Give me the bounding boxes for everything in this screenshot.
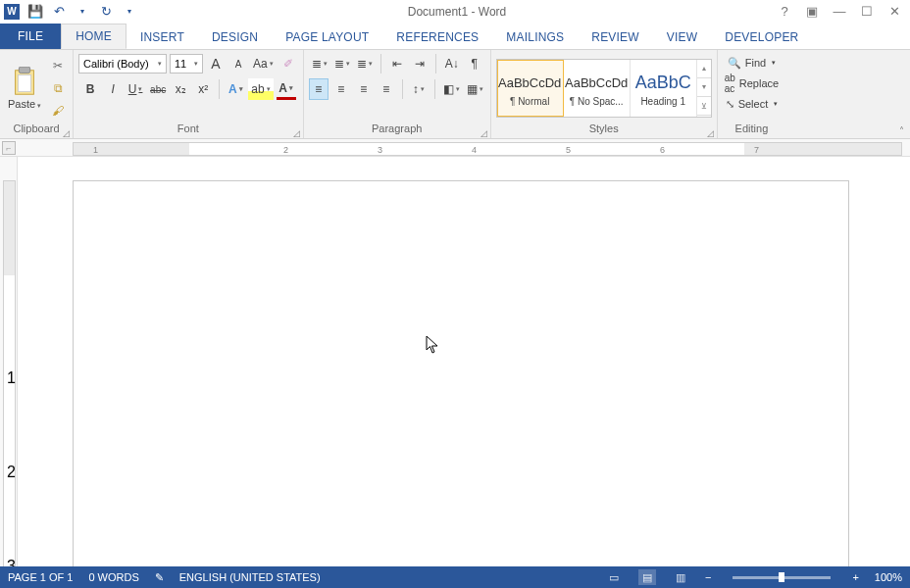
copy-icon[interactable]: ⧉: [48, 77, 68, 99]
tab-selector-icon[interactable]: ⌐: [2, 141, 16, 155]
find-button[interactable]: 🔍Find▾: [726, 53, 778, 73]
styles-scroll-down-icon[interactable]: ▾: [697, 78, 711, 97]
ruler-num: 4: [472, 145, 477, 155]
status-page[interactable]: PAGE 1 OF 1: [8, 571, 73, 583]
zoom-in-button[interactable]: +: [852, 571, 858, 583]
group-label-paragraph: Paragraph◿: [309, 122, 485, 138]
save-icon[interactable]: 💾: [27, 4, 43, 20]
svg-rect-2: [18, 74, 30, 91]
text-effects-icon[interactable]: A: [226, 78, 245, 100]
tab-home[interactable]: HOME: [61, 24, 126, 49]
undo-icon[interactable]: ↶: [51, 4, 67, 20]
tab-developer[interactable]: DEVELOPER: [711, 25, 812, 49]
maximize-icon[interactable]: ☐: [859, 4, 875, 19]
collapse-ribbon-icon[interactable]: ˄: [899, 125, 904, 136]
redo-icon[interactable]: ↻: [98, 4, 114, 20]
group-paragraph: ≣ ≣ ≣ ⇤ ⇥ A↓ ¶ ≡ ≡ ≡ ≡ ↕ ◧ ▦ P: [304, 50, 491, 138]
bullets-icon[interactable]: ≣: [310, 53, 329, 74]
align-left-icon[interactable]: ≡: [309, 78, 329, 100]
ruler-num: 1: [93, 145, 98, 155]
grow-font-icon[interactable]: A: [206, 53, 226, 74]
document-page[interactable]: [73, 180, 849, 588]
qat-customize-icon[interactable]: ▾: [122, 4, 137, 20]
font-color-icon[interactable]: A: [277, 78, 296, 100]
borders-icon[interactable]: ▦: [465, 78, 485, 100]
justify-icon[interactable]: ≡: [377, 78, 396, 100]
select-button[interactable]: ⤡Select▾: [724, 94, 781, 114]
zoom-slider-thumb[interactable]: [779, 572, 784, 582]
line-spacing-icon[interactable]: ↕: [409, 78, 429, 100]
cut-icon[interactable]: ✂: [48, 55, 68, 76]
vertical-ruler[interactable]: 1 2 3: [0, 157, 18, 588]
decrease-indent-icon[interactable]: ⇤: [387, 53, 407, 74]
style-heading-1[interactable]: AaBbC Heading 1: [631, 60, 697, 117]
tab-references[interactable]: REFERENCES: [382, 25, 492, 49]
numbering-icon[interactable]: ≣: [332, 53, 352, 74]
ribbon-display-options-icon[interactable]: ▣: [804, 4, 820, 19]
group-label-styles: Styles◿: [496, 122, 712, 138]
styles-more-icon[interactable]: ⊻: [697, 97, 711, 116]
print-layout-icon[interactable]: ▤: [638, 569, 656, 585]
styles-scroll-up-icon[interactable]: ▴: [697, 60, 711, 78]
svg-rect-1: [19, 67, 29, 74]
close-icon[interactable]: ✕: [886, 4, 902, 19]
shading-icon[interactable]: ◧: [441, 78, 462, 100]
undo-dropdown-icon[interactable]: ▾: [75, 4, 90, 20]
mouse-cursor-icon: [426, 335, 439, 355]
sort-icon[interactable]: A↓: [442, 53, 462, 74]
font-size-input[interactable]: 11▾: [170, 54, 203, 74]
group-label-clipboard: Clipboard◿: [5, 122, 68, 138]
bold-button[interactable]: B: [80, 78, 100, 100]
group-font: Calibri (Body)▾ 11▾ A A Aa ✐ B I U abc x…: [74, 50, 304, 138]
read-mode-icon[interactable]: ▭: [605, 569, 623, 585]
tab-page-layout[interactable]: PAGE LAYOUT: [272, 25, 382, 49]
multilevel-list-icon[interactable]: ≣: [355, 53, 375, 74]
page-scroll-area[interactable]: [18, 157, 910, 588]
style-normal[interactable]: AaBbCcDd ¶ Normal: [497, 60, 564, 117]
change-case-icon[interactable]: Aa: [251, 53, 276, 74]
tab-file[interactable]: FILE: [0, 24, 61, 49]
italic-button[interactable]: I: [103, 78, 123, 100]
strikethrough-button[interactable]: abc: [148, 78, 168, 100]
zoom-slider[interactable]: [733, 576, 831, 579]
paragraph-launcher-icon[interactable]: ◿: [480, 128, 487, 138]
shrink-font-icon[interactable]: A: [228, 53, 248, 74]
clear-formatting-icon[interactable]: ✐: [278, 53, 298, 74]
tab-view[interactable]: VIEW: [653, 25, 711, 49]
tab-review[interactable]: REVIEW: [578, 25, 653, 49]
web-layout-icon[interactable]: ▥: [672, 569, 689, 585]
tab-mailings[interactable]: MAILINGS: [492, 25, 578, 49]
increase-indent-icon[interactable]: ⇥: [410, 53, 430, 74]
font-name-input[interactable]: Calibri (Body)▾: [78, 54, 167, 74]
proofing-icon[interactable]: ✎: [155, 571, 164, 584]
subscript-button[interactable]: x₂: [171, 78, 190, 100]
ruler-num: 2: [7, 464, 16, 481]
paste-label: Paste: [8, 98, 41, 110]
replace-button[interactable]: abacReplace: [723, 74, 781, 93]
align-right-icon[interactable]: ≡: [354, 78, 374, 100]
separator: [219, 79, 220, 99]
tab-insert[interactable]: INSERT: [126, 25, 198, 49]
ruler-num: 1: [7, 369, 16, 387]
minimize-icon[interactable]: —: [832, 4, 847, 19]
ribbon: Paste ✂ ⧉ 🖌 Clipboard◿ Calibri (Body)▾ 1…: [0, 49, 910, 139]
highlight-icon[interactable]: ab: [248, 78, 273, 100]
zoom-out-button[interactable]: −: [705, 571, 711, 583]
show-marks-icon[interactable]: ¶: [465, 53, 484, 74]
group-label-font: Font◿: [78, 122, 298, 138]
clipboard-launcher-icon[interactable]: ◿: [63, 128, 70, 138]
format-painter-icon[interactable]: 🖌: [48, 100, 68, 122]
underline-button[interactable]: U: [126, 78, 145, 100]
status-language[interactable]: ENGLISH (UNITED STATES): [179, 571, 321, 583]
align-center-icon[interactable]: ≡: [331, 78, 351, 100]
help-icon[interactable]: ?: [777, 4, 792, 19]
tab-design[interactable]: DESIGN: [198, 25, 272, 49]
styles-launcher-icon[interactable]: ◿: [707, 128, 714, 138]
horizontal-ruler[interactable]: ⌐ 1 2 3 4 5 6 7: [0, 139, 910, 157]
status-word-count[interactable]: 0 WORDS: [88, 571, 138, 583]
superscript-button[interactable]: x²: [193, 78, 213, 100]
zoom-level[interactable]: 100%: [875, 571, 902, 583]
font-launcher-icon[interactable]: ◿: [293, 128, 300, 138]
style-no-spacing[interactable]: AaBbCcDd ¶ No Spac...: [564, 60, 631, 117]
paste-button[interactable]: Paste: [5, 67, 44, 110]
